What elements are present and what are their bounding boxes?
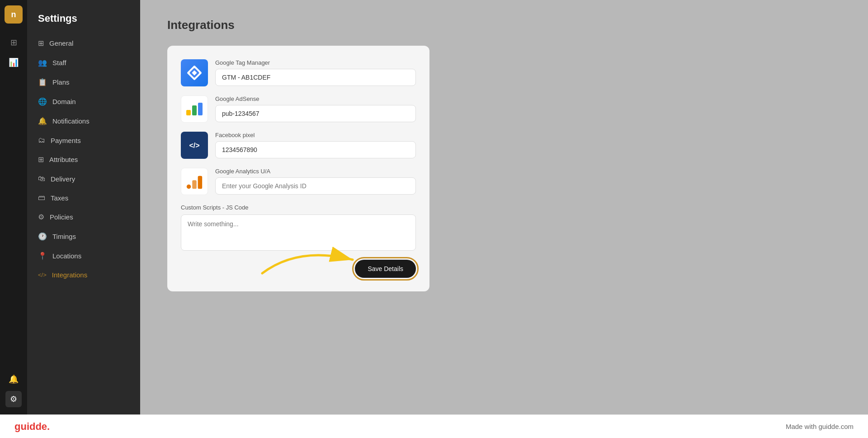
sidebar-label-staff: Staff [52, 59, 66, 67]
sidebar-item-attributes[interactable]: ⊞ Attributes [27, 150, 140, 169]
timings-icon: 🕐 [38, 232, 47, 241]
plans-icon: 📋 [38, 78, 47, 86]
sidebar-item-payments[interactable]: 🗂 Payments [27, 131, 140, 150]
content-wrapper: Integrations Google Tag Manager [167, 18, 841, 291]
sidebar-label-general: General [49, 39, 73, 47]
main-content: Integrations Google Tag Manager [140, 0, 868, 414]
sidebar-label-payments: Payments [51, 137, 81, 144]
payments-icon: 🗂 [38, 136, 45, 144]
gtm-logo-svg [186, 64, 203, 81]
fb-logo-svg: </> [187, 138, 202, 153]
svg-text:</>: </> [189, 142, 199, 149]
sidebar-label-integrations: Integrations [52, 271, 87, 279]
logo-letter: n [11, 10, 16, 19]
save-details-button[interactable]: Save Details [355, 260, 416, 278]
svg-rect-4 [192, 105, 197, 115]
gtm-logo [181, 59, 208, 86]
footer: guidde. Made with guidde.com [0, 414, 868, 438]
save-row: Save Details [181, 260, 416, 278]
locations-icon: 📍 [38, 252, 47, 260]
rail-icon-chart[interactable]: 📊 [5, 54, 22, 71]
page-title: Integrations [167, 18, 841, 32]
sidebar-item-integrations[interactable]: </> Integrations [27, 266, 140, 284]
custom-scripts-section: Custom Scripts - JS Code [181, 204, 416, 252]
sidebar-item-plans[interactable]: 📋 Plans [27, 72, 140, 92]
gtm-content: Google Tag Manager [215, 59, 416, 86]
sidebar-label-policies: Policies [50, 213, 73, 221]
analytics-logo [181, 168, 208, 195]
integrations-card: Google Tag Manager Google AdSens [167, 46, 429, 291]
sidebar-label-domain: Domain [52, 98, 76, 105]
rail-icon-bell[interactable]: 🔔 [5, 371, 22, 387]
sidebar-item-general[interactable]: ⊞ General [27, 33, 140, 53]
gtm-row: Google Tag Manager [181, 59, 416, 86]
svg-rect-9 [192, 180, 197, 189]
footer-logo-text: guidde. [14, 421, 50, 432]
sidebar-item-taxes[interactable]: 🗃 Taxes [27, 188, 140, 207]
sidebar-label-taxes: Taxes [51, 194, 68, 202]
facebook-logo: </> [181, 132, 208, 159]
sidebar-label-locations: Locations [52, 252, 81, 260]
adsense-content: Google AdSense [215, 95, 416, 122]
staff-icon: 👥 [38, 58, 47, 67]
sidebar: Settings ⊞ General 👥 Staff 📋 Plans 🌐 Dom… [27, 0, 140, 414]
facebook-label: Facebook pixel [215, 132, 416, 138]
rail-icon-dashboard[interactable]: ⊞ [5, 34, 22, 51]
sidebar-label-notifications: Notifications [52, 117, 90, 125]
sidebar-item-policies[interactable]: ⚙ Policies [27, 207, 140, 227]
analytics-content: Google Analytics U/A [215, 168, 416, 195]
analytics-label: Google Analytics U/A [215, 168, 416, 175]
svg-rect-5 [198, 103, 203, 115]
facebook-content: Facebook pixel [215, 132, 416, 158]
sidebar-title: Settings [27, 0, 140, 33]
general-icon: ⊞ [38, 39, 44, 48]
sidebar-item-domain[interactable]: 🌐 Domain [27, 92, 140, 111]
policies-icon: ⚙ [38, 213, 44, 221]
adsense-logo [181, 95, 208, 123]
sidebar-label-timings: Timings [52, 233, 76, 240]
custom-scripts-textarea[interactable] [181, 214, 416, 251]
svg-rect-10 [198, 176, 203, 189]
taxes-icon: 🗃 [38, 194, 45, 202]
svg-rect-3 [186, 110, 191, 115]
footer-logo: guidde. [14, 421, 50, 433]
gtm-label: Google Tag Manager [215, 59, 416, 66]
sidebar-item-staff[interactable]: 👥 Staff [27, 53, 140, 72]
app-logo[interactable]: n [5, 5, 23, 24]
delivery-icon: 🛍 [38, 175, 45, 183]
footer-tagline: Made with guidde.com [786, 423, 854, 430]
sidebar-item-timings[interactable]: 🕐 Timings [27, 227, 140, 246]
facebook-input[interactable] [215, 141, 416, 158]
analytics-row: Google Analytics U/A [181, 168, 416, 195]
integrations-icon: </> [38, 271, 47, 278]
gtm-input[interactable] [215, 69, 416, 86]
sidebar-item-notifications[interactable]: 🔔 Notifications [27, 111, 140, 131]
domain-icon: 🌐 [38, 97, 47, 106]
facebook-row: </> Facebook pixel [181, 132, 416, 159]
analytics-input[interactable] [215, 177, 416, 195]
sidebar-item-locations[interactable]: 📍 Locations [27, 246, 140, 266]
sidebar-nav: ⊞ General 👥 Staff 📋 Plans 🌐 Domain 🔔 Not… [27, 33, 140, 414]
sidebar-label-delivery: Delivery [51, 175, 75, 183]
adsense-logo-svg [184, 101, 204, 117]
icon-rail: n ⊞ 📊 🔔 ⚙ [0, 0, 27, 414]
attributes-icon: ⊞ [38, 155, 44, 164]
sidebar-label-attributes: Attributes [49, 156, 78, 163]
sidebar-item-delivery[interactable]: 🛍 Delivery [27, 169, 140, 188]
notifications-icon: 🔔 [38, 117, 47, 125]
ga-logo-svg [185, 173, 204, 191]
rail-icon-settings[interactable]: ⚙ [5, 391, 22, 407]
adsense-row: Google AdSense [181, 95, 416, 123]
sidebar-label-plans: Plans [52, 78, 70, 86]
svg-rect-8 [187, 185, 191, 189]
custom-scripts-label: Custom Scripts - JS Code [181, 204, 416, 211]
adsense-input[interactable] [215, 105, 416, 122]
adsense-label: Google AdSense [215, 95, 416, 102]
